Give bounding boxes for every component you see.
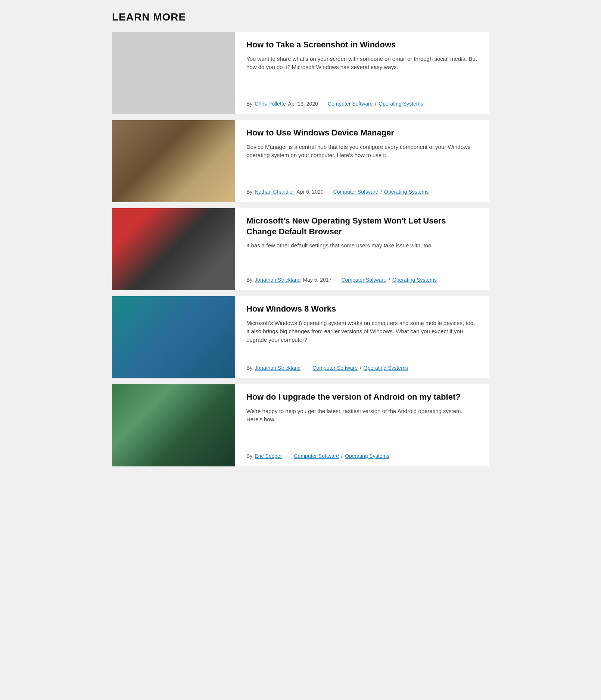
category2-link-4[interactable]: Operating Systems [364,365,408,371]
author-link-5[interactable]: Eric Seeger [255,453,282,459]
article-image-1 [112,32,235,114]
article-description-1: You want to share what's on your screen … [246,55,478,95]
date-2: Apr 6, 2020 [296,189,323,195]
article-image-4 [112,296,235,378]
article-card-5: How do I upgrade the version of Android … [112,384,489,466]
article-meta-4: By Jonathan Strickland Computer Software… [246,365,478,371]
category1-link-5[interactable]: Computer Software [294,453,339,459]
category1-link-1[interactable]: Computer Software [328,101,373,107]
category2-link-5[interactable]: Operating Systems [345,453,389,459]
category1-link-4[interactable]: Computer Software [312,365,358,371]
article-description-4: Microsoft's Windows 8 operating system w… [246,319,478,359]
author-link-2[interactable]: Nathan Chandler [255,189,294,195]
article-content-2: How to Use Windows Device Manager Device… [235,120,489,202]
article-image-placeholder-2 [112,120,235,202]
author-link-3[interactable]: Jonathan Strickland [255,277,300,283]
article-image-placeholder-4 [112,296,235,378]
article-title-1: How to Take a Screenshot in Windows [246,40,478,50]
separator-2: / [380,189,382,195]
article-title-3: Microsoft's New Operating System Won't L… [246,216,478,237]
section-title: LEARN MORE [112,11,489,23]
article-image-3 [112,208,235,290]
article-content-3: Microsoft's New Operating System Won't L… [235,208,489,290]
spacer-4 [112,381,489,384]
spacer-2 [112,205,489,208]
article-content-4: How Windows 8 Works Microsoft's Windows … [235,296,489,378]
category2-link-1[interactable]: Operating Systems [379,101,423,107]
article-description-5: We're happy to help you get the latest, … [246,407,478,447]
by-label-2: By [246,189,252,195]
separator-5: / [341,453,343,459]
separator-4: / [360,365,361,371]
page-container: LEARN MORE How to Take a Screenshot in W… [105,0,496,481]
author-link-1[interactable]: Chris Pollette [255,101,286,107]
category2-link-3[interactable]: Operating Systems [392,277,437,283]
category1-link-2[interactable]: Computer Software [333,189,379,195]
by-label-4: By [246,365,252,371]
article-card-2: How to Use Windows Device Manager Device… [112,120,489,202]
article-image-placeholder-1 [112,32,235,114]
article-content-1: How to Take a Screenshot in Windows You … [235,32,489,114]
by-label-5: By [246,453,252,459]
spacer-1 [112,117,489,120]
article-description-2: Device Manager is a central hub that let… [246,143,478,183]
article-card-1: How to Take a Screenshot in Windows You … [112,32,489,114]
category2-link-2[interactable]: Operating Systems [384,189,429,195]
article-image-2 [112,120,235,202]
spacer-3 [112,293,489,296]
article-image-placeholder-5 [112,384,235,466]
article-image-5 [112,384,235,466]
by-label-3: By [246,277,252,283]
article-description-3: It has a few other default settings that… [246,241,478,271]
article-title-4: How Windows 8 Works [246,304,478,315]
article-card-4: How Windows 8 Works Microsoft's Windows … [112,296,489,378]
date-3: May 5, 2017 [303,277,331,283]
article-card-3: Microsoft's New Operating System Won't L… [112,208,489,290]
article-meta-2: By Nathan Chandler Apr 6, 2020 Computer … [246,189,478,195]
article-content-5: How do I upgrade the version of Android … [235,384,489,466]
separator-1: / [375,101,376,107]
article-meta-3: By Jonathan Strickland May 5, 2017 Compu… [246,277,478,283]
article-title-5: How do I upgrade the version of Android … [246,392,478,403]
article-title-2: How to Use Windows Device Manager [246,128,478,138]
separator-3: / [389,277,390,283]
category1-link-3[interactable]: Computer Software [341,277,386,283]
article-image-placeholder-3 [112,208,235,290]
date-1: Apr 13, 2020 [288,101,318,107]
author-link-4[interactable]: Jonathan Strickland [255,365,300,371]
article-meta-5: By Eric Seeger Computer Software / Opera… [246,453,478,459]
article-meta-1: By Chris Pollette Apr 13, 2020 Computer … [246,101,478,107]
by-label-1: By [246,101,252,107]
